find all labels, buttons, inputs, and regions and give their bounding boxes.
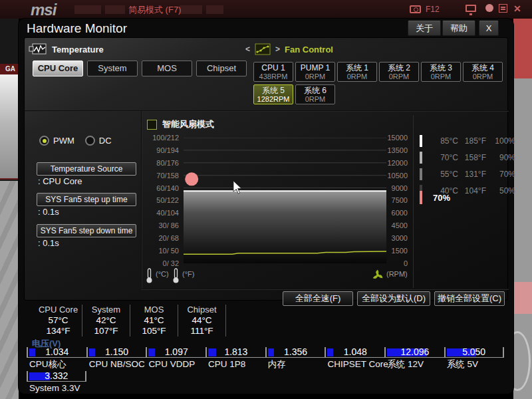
- fahrenheit-thermometer-icon[interactable]: [172, 268, 180, 284]
- celsius-thermometer-icon[interactable]: [146, 268, 154, 284]
- fan-button[interactable]: 系统 5 1282RPM: [253, 84, 293, 104]
- dc-label: DC: [99, 136, 112, 146]
- voltage-name: System 3.3V: [27, 382, 86, 394]
- right-axis-tick: 10500: [370, 171, 408, 180]
- temperature-tabs: CPU Core System MOS Chipset: [33, 61, 247, 76]
- fan-mode-radios: PWM DC: [39, 136, 118, 146]
- dc-radio[interactable]: [85, 136, 95, 146]
- bios-close-icon[interactable]: ✕: [513, 3, 521, 14]
- fan-curve-chart[interactable]: [184, 138, 386, 263]
- next-section-arrow-icon[interactable]: >: [275, 45, 280, 54]
- sensor-fahrenheit: 107°F: [84, 326, 128, 336]
- voltage-value: 1.034: [28, 347, 86, 357]
- voltage-gauge: 1.813 CPU 1P8: [205, 347, 265, 370]
- step-up-time-value: : 0.1s: [38, 207, 59, 217]
- right-axis-tick: 1500: [370, 246, 408, 255]
- right-edge-pink-panel: [513, 282, 532, 314]
- manual-fan-duty-point[interactable]: [185, 172, 198, 186]
- step-down-time-button[interactable]: SYS Fan5 step down time: [37, 224, 136, 237]
- screenshot-camera-icon[interactable]: [410, 5, 421, 13]
- voltage-value: 1.048: [326, 347, 384, 357]
- fan-button[interactable]: 系统 1 0RPM: [337, 62, 377, 82]
- temperature-graph-icon: [29, 43, 47, 56]
- temperature-tab[interactable]: CPU Core: [33, 61, 83, 76]
- right-axis-tick: 15000: [370, 133, 408, 142]
- current-duty-row: 70%: [420, 191, 450, 204]
- duty-celsius: 85°C: [429, 136, 458, 146]
- right-axis-tick: 12000: [370, 158, 408, 168]
- right-axis-tick: 9000: [370, 184, 408, 193]
- dim-text-block: [206, 5, 223, 14]
- fan-name: 系统 3: [422, 63, 460, 72]
- fan-rpm: 438RPM: [254, 72, 293, 80]
- voltage-gauge: 1.097 CPU VDDP: [146, 347, 205, 370]
- sensor-name: CPU Core: [36, 305, 80, 315]
- temperature-reading: System 42°C 107°F: [82, 305, 130, 336]
- dialog-close-button[interactable]: X: [479, 21, 499, 36]
- step-up-time-button[interactable]: SYS Fan5 step up time: [37, 193, 136, 206]
- fan-icon: [372, 269, 384, 281]
- voltage-name: 内存: [265, 358, 325, 370]
- temperature-tab[interactable]: Chipset: [196, 61, 247, 76]
- sensor-celsius: 44°C: [180, 315, 224, 326]
- fan-button[interactable]: 系统 3 0RPM: [421, 62, 461, 82]
- voltage-gauge: 12.096 系统 12V: [384, 347, 444, 370]
- voltage-value: 12.096: [386, 347, 444, 357]
- help-button[interactable]: 帮助: [442, 21, 475, 36]
- left-axis-tick: 30/ 86: [124, 221, 179, 230]
- sensor-name: MOS: [132, 305, 176, 315]
- bios-left-edge: GA: [0, 19, 19, 399]
- fan-button[interactable]: 系统 4 0RPM: [463, 62, 503, 82]
- left-edge-texture: [0, 181, 19, 399]
- temperature-source-button[interactable]: Temperature Source: [37, 162, 136, 176]
- about-button[interactable]: 关于: [408, 21, 441, 36]
- fan-button[interactable]: 系统 6 0RPM: [295, 84, 335, 104]
- pwm-label: PWM: [53, 136, 74, 146]
- smart-fan-label: 智能风扇模式: [162, 118, 214, 130]
- language-icon[interactable]: [499, 4, 507, 13]
- sensor-celsius: 57°C: [36, 315, 80, 326]
- voltage-value: 1.813: [207, 347, 265, 357]
- smart-fan-checkbox[interactable]: [147, 120, 157, 130]
- monitor-icon[interactable]: [466, 5, 476, 12]
- voltage-name: CPU VDDP: [146, 358, 205, 370]
- mouse-cursor: [233, 181, 242, 195]
- sensor-readings: CPU Core 57°C 134°F System 42°C 107°F MO…: [19, 301, 513, 394]
- voltage-value: 1.356: [267, 347, 325, 357]
- left-axis-tick: 50/122: [124, 196, 179, 205]
- fan-button[interactable]: PUMP 1 0RPM: [295, 62, 335, 82]
- pwm-radio[interactable]: [39, 136, 49, 146]
- fan-button[interactable]: 系统 2 0RPM: [379, 62, 419, 82]
- prev-section-arrow-icon[interactable]: <: [245, 45, 250, 54]
- fan-rpm: 0RPM: [464, 72, 502, 80]
- duty-legend-row: 70°C 158°F 90%: [420, 149, 515, 166]
- left-axis-tick: 80/176: [124, 158, 179, 168]
- fan-button[interactable]: CPU 1 438RPM: [253, 62, 293, 82]
- duty-fahrenheit: 185°F: [458, 136, 486, 146]
- voltage-gauge-track: 3.332: [27, 371, 86, 382]
- voltage-name: CPU核心: [27, 358, 86, 370]
- left-axis-tick: 100/212: [124, 133, 179, 142]
- current-duty-percent: 70%: [433, 193, 450, 203]
- sensor-fahrenheit: 134°F: [36, 326, 80, 336]
- temperature-tab[interactable]: System: [87, 61, 138, 76]
- fan-rpm: 0RPM: [296, 72, 334, 80]
- current-duty-bar: [420, 191, 422, 204]
- fan-rpm: 0RPM: [338, 72, 376, 80]
- fan-name: CPU 1: [254, 63, 293, 72]
- fan-selector-grid: CPU 1 438RPM PUMP 1 0RPM 系统 1 0RPM: [253, 62, 506, 104]
- user-icon[interactable]: [485, 4, 493, 12]
- voltage-gauge-track: 1.034: [27, 347, 86, 358]
- temperature-section-title: Temperature: [52, 45, 104, 55]
- easy-mode-button[interactable]: 简易模式 (F7): [128, 4, 181, 16]
- divider: [413, 115, 414, 288]
- voltage-value: 3.332: [28, 371, 85, 381]
- fan-rpm: 0RPM: [380, 72, 418, 80]
- temperature-tab[interactable]: MOS: [142, 61, 192, 76]
- voltage-gauge: 5.050 系统 5V: [444, 347, 504, 370]
- fan-curve-icon: [255, 43, 271, 55]
- duty-celsius: 55°C: [429, 170, 458, 179]
- duty-percent: 100%: [486, 136, 515, 146]
- step-down-time-value: : 0.1s: [38, 238, 59, 248]
- dim-text-block: [180, 5, 202, 14]
